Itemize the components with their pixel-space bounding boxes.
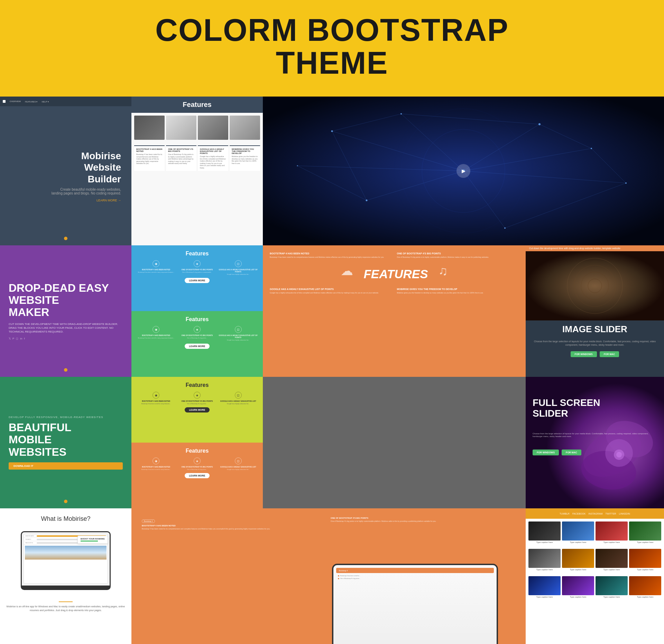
feat-green-icon-1: ◉ bbox=[153, 326, 159, 333]
gallery-img-9 bbox=[528, 576, 561, 595]
feat-orange2-col-3: ◫ GOOGLE HAS A HIGHLY EXHAUSTIVE LIST Go… bbox=[219, 457, 258, 470]
feat-card-1: BOOTSTRAP 4 HAS BEEN NOTED Bootstrap 4 h… bbox=[134, 145, 165, 171]
features-orange2-inner: Features ◉ BOOTSTRAP 4 HAS BEEN NOTED Bo… bbox=[131, 443, 263, 508]
gallery-caption-7: Type caption here bbox=[596, 569, 628, 571]
orange-dot-2 bbox=[64, 368, 67, 372]
play-button[interactable]: ▶ bbox=[456, 164, 470, 178]
gallery-nav-item-4: TWITTER bbox=[606, 513, 616, 515]
beautiful-sub-label: DEVELOP FULLY RESPONSIVE, MOBILE-READY W… bbox=[9, 416, 123, 419]
gallery-caption-4: Type caption here bbox=[629, 541, 661, 543]
feat-orange2-col-2: ◈ ONE OF BOOTSTRAP 4'S BIG POINTS One of… bbox=[178, 457, 217, 470]
what-mockup-area: DASHBOARD THEMES FAVOURITE bbox=[0, 528, 131, 593]
gallery-row-3: Type caption here Type caption here Type… bbox=[526, 573, 664, 601]
title-line2: THEME bbox=[276, 46, 388, 80]
orange-dot-3 bbox=[64, 500, 67, 503]
laptop-container: Bootstrap 4 Bootstrap 4 has been noted f… bbox=[332, 564, 505, 644]
gallery-item-9: Type caption here bbox=[528, 576, 561, 598]
gallery-item-12: Typo caption hero bbox=[629, 576, 661, 598]
feat-blue-col-2: ◈ ONE OF BOOTSTRAP 4'S BIG POINTS One of… bbox=[178, 260, 217, 275]
gallery-item-11: Type caption here bbox=[596, 576, 628, 598]
gallery-header: TUMBLR FACEBOOK INSTAGRAM TWITTER LINKED… bbox=[526, 508, 664, 519]
fullscreen-windows-btn[interactable]: FOR WINDOWS bbox=[533, 450, 559, 455]
features-orange-title: FEATURES bbox=[363, 267, 428, 281]
gallery-item-2: Type caption here bbox=[562, 521, 594, 543]
feat-yellow-icon-1: ◉ bbox=[153, 392, 159, 399]
fullscreen-slider-preview: FULL SCREEN SLIDER Choose from the large… bbox=[526, 377, 664, 508]
learn-more-green-btn[interactable]: LEARN MORE bbox=[185, 344, 209, 349]
laptop-mockup: DASHBOARD THEMES FAVOURITE bbox=[21, 531, 111, 590]
slider-windows-btn[interactable]: FOR WINDOWS bbox=[571, 351, 597, 357]
svg-point-17 bbox=[331, 130, 333, 132]
feat-orange2-col-1-title: BOOTSTRAP 4 HAS BEEN NOTED bbox=[137, 466, 176, 468]
feat-green-col-3-title: GOOGLE HAS A HIGHLY EXHAUSTIVE LIST OF P… bbox=[219, 334, 258, 338]
orange-row-2: GOOGLE HAS A HIGHLY EXHAUSTIVE LIST OF P… bbox=[270, 288, 519, 294]
orange-row-1: BOOTSTRAP 4 HAS BEEN NOTED Bootstrap 4 h… bbox=[270, 252, 519, 258]
gallery-caption-12: Typo caption hero bbox=[629, 596, 661, 598]
learn-more-blue-btn[interactable]: LEARN MORE bbox=[185, 278, 209, 283]
header-banner: COLORM BOOTSTRAP THEME bbox=[0, 0, 664, 97]
feat-yellow-col-1: ◉ BOOTSTRAP 4 HAS BEEN NOTED Bootstrap 4… bbox=[137, 392, 176, 405]
what-mobirise-preview: What is Mobirise? DASHBOARD THEMES bbox=[0, 508, 131, 644]
features-blue-inner: Features ◉ BOOTSTRAP 4 HAS BEEN NOTED Bo… bbox=[131, 245, 263, 288]
gallery-nav-item-1: TUMBLR bbox=[560, 513, 570, 515]
orange-col-1-text: Bootstrap 4 has been noted for its compr… bbox=[270, 256, 392, 258]
gallery-caption-8: Type caption here bbox=[629, 569, 661, 571]
download-btn[interactable]: DOWNLOAD IT bbox=[9, 462, 123, 470]
main-title: COLORM BOOTSTRAP THEME bbox=[7, 14, 657, 79]
feat-orange2-icon-2: ◈ bbox=[194, 457, 201, 464]
orange-col-4: MOBIRISE GIVES YOU THE FREEDOM TO DEVELO… bbox=[397, 288, 519, 294]
mockup-bridge-img bbox=[25, 546, 107, 560]
gallery-item-10: Type caption here bbox=[562, 576, 594, 598]
feat-orange2-col-3-title: GOOGLE HAS A HIGHLY EXHAUSTIVE LIST bbox=[219, 466, 258, 468]
orange-laptop-grid: Bootstrap 4 BOOTSTRAP 4 HAS BEEN NOTED B… bbox=[142, 517, 515, 530]
features-green-inner: Features ◉ BOOTSTRAP 4 HAS BEEN NOTED Bo… bbox=[131, 311, 263, 354]
feat-card-3-title: GOOGLE HAS A HIGHLY EXHAUSTIVE LIST OF P… bbox=[200, 148, 226, 154]
learn-more-orange2-btn[interactable]: LEARN MORE bbox=[185, 473, 209, 478]
features-top-preview: Features BOOTSTRAP 4 HAS BEEN NOTED Boot… bbox=[131, 97, 263, 245]
space-network-preview: ▶ bbox=[263, 97, 664, 245]
feat-card-4-title: MOBIRISE GIVES YOU THE FREEDOM TO DEVELO… bbox=[232, 148, 258, 154]
nav-item-overview: OVERVIEW bbox=[10, 100, 21, 102]
gallery-caption-6: Type caption here bbox=[562, 569, 594, 571]
feat-green-col-3: ◫ GOOGLE HAS A HIGHLY EXHAUSTIVE LIST OF… bbox=[219, 326, 258, 341]
laptop-screen: Bootstrap 4 Bootstrap 4 has been noted f… bbox=[333, 565, 497, 644]
what-section-title: What is Mobirise? bbox=[0, 508, 131, 528]
orange-col-1: BOOTSTRAP 4 HAS BEEN NOTED Bootstrap 4 h… bbox=[270, 252, 392, 258]
features-italic-title: FEATURES bbox=[363, 264, 428, 284]
image-slider-text: Choose from the large selection of layou… bbox=[526, 338, 664, 348]
feat-yellow-icon-3: ◫ bbox=[235, 392, 242, 399]
mockup-label-2: THEMES bbox=[25, 538, 36, 540]
feat-blue-icon-1: ◉ bbox=[153, 260, 159, 267]
feat-yellow-col-2-title: ONE OF BOOTSTRAP 4'S BIG POINTS bbox=[178, 400, 217, 402]
fullscreen-mac-btn[interactable]: FOR MAC bbox=[562, 450, 581, 455]
feat-card-4: MOBIRISE GIVES YOU THE FREEDOM TO DEVELO… bbox=[230, 145, 260, 171]
feat-green-col-1-title: BOOTSTRAP 4 HAS BEEN NOTED bbox=[137, 334, 176, 336]
gallery-item-5: Type caption here bbox=[528, 549, 561, 571]
gallery-item-4: Type caption here bbox=[629, 521, 661, 543]
gallery-img-7 bbox=[596, 549, 628, 568]
feat-card-1-title: BOOTSTRAP 4 HAS BEEN NOTED bbox=[136, 148, 163, 152]
photo-gallery-preview: TUMBLR FACEBOOK INSTAGRAM TWITTER LINKED… bbox=[526, 508, 664, 644]
drop-dead-easy-preview: DROP-DEAD EASYWEBSITEMAKER CUT DOWN THE … bbox=[0, 245, 131, 377]
gallery-nav-item-2: FACEBOOK bbox=[572, 513, 586, 515]
features-green-title: Features bbox=[137, 316, 258, 323]
feat-card-4-text: Mobirise gives you the freedom to develo… bbox=[232, 155, 258, 164]
orange-col-3-title: GOOGLE HAS A HIGHLY EXHAUSTIVE LIST OF P… bbox=[270, 288, 392, 290]
gallery-img-12 bbox=[629, 576, 661, 595]
orange-col-3-text: Google has a highly exhaustive list of l… bbox=[270, 292, 392, 294]
features-orange2-preview: Features ◉ BOOTSTRAP 4 HAS BEEN NOTED Bo… bbox=[131, 443, 263, 508]
title-line1: COLORM BOOTSTRAP bbox=[155, 13, 509, 47]
slider-mac-btn[interactable]: FOR MAC bbox=[600, 351, 619, 357]
learn-more-yellow-btn[interactable]: LEARN MORE bbox=[185, 407, 209, 412]
nav-item-help: HELP ▾ bbox=[42, 100, 48, 103]
mobirise-nav: OVERVIEW FEATURES ▾ HELP ▾ bbox=[0, 97, 131, 106]
mobirise-learn-more: LEARN MORE → bbox=[52, 199, 121, 202]
beautiful-title: BEAUTIFULMOBILEWEBSITES bbox=[9, 421, 123, 458]
ol-col-2-title: ONE OF BOOTSTRAP 4'S BIG POINTS bbox=[331, 517, 515, 519]
gallery-img-11 bbox=[596, 576, 628, 595]
feat-blue-col-3-text: Google has a highly exhaustive list... bbox=[219, 273, 258, 275]
gallery-img-10 bbox=[562, 576, 594, 595]
fullscreen-sub: Choose from the large selection of layou… bbox=[526, 432, 664, 438]
screen-row-2: One of Bootstrap 4's big points... bbox=[338, 578, 492, 579]
gallery-img-8 bbox=[629, 549, 661, 568]
